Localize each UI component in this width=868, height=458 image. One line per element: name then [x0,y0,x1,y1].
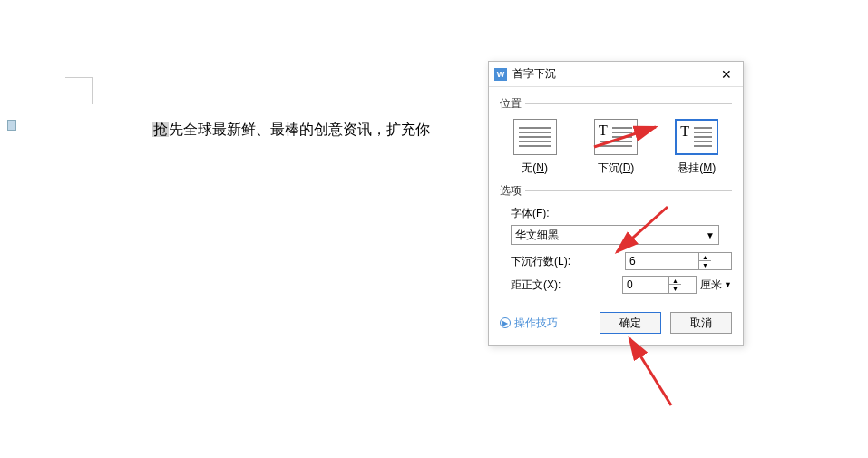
page-corner-indicator [65,77,93,104]
distance-spinner[interactable]: ▲ ▼ [622,276,697,294]
position-fieldset: 位置 无(N) T 下沉(D) [500,96,732,176]
spinner-arrows: ▲ ▼ [668,277,681,293]
lines-label: 下沉行数(L): [511,254,592,269]
dialog-button-row: ▶ 操作技巧 确定 取消 [500,312,732,334]
play-icon: ▶ [500,317,511,328]
position-hanging-preview: T [675,119,718,155]
position-legend: 位置 [500,96,525,112]
position-row: 无(N) T 下沉(D) T 悬挂(M) [500,119,732,176]
dialog-content: 位置 无(N) T 下沉(D) [489,87,743,345]
legend-line [500,103,732,104]
t-glyph-icon: T [599,123,608,138]
options-legend: 选项 [500,183,525,199]
doc-side-icon [7,120,16,131]
position-hanging[interactable]: T 悬挂(M) [668,119,727,176]
spinner-arrows: ▲ ▼ [698,253,711,269]
dropdown-caret-icon: ▼ [724,280,732,289]
dialog-title: 首字下沉 [512,66,714,82]
dialog-titlebar[interactable]: W 首字下沉 ✕ [489,62,743,87]
document-body-text[interactable]: 抢先全球最新鲜、最棒的创意资讯，扩充你 [152,121,430,140]
dropdown-caret-icon: ▼ [706,230,715,240]
legend-line [500,190,732,191]
spinner-up-icon[interactable]: ▲ [669,277,681,285]
lines-row: 下沉行数(L): ▲ ▼ [511,252,732,270]
font-select-value: 华文细黑 [515,228,559,243]
font-select[interactable]: 华文细黑 ▼ [511,225,719,245]
tips-label: 操作技巧 [514,316,558,331]
distance-input[interactable] [623,278,668,291]
distance-unit-select[interactable]: 厘米▼ [700,278,732,293]
document-body-rest: 先全球最新鲜、最棒的创意资讯，扩充你 [169,122,430,137]
position-none[interactable]: 无(N) [505,119,564,176]
spinner-down-icon[interactable]: ▼ [699,261,711,269]
tips-link[interactable]: ▶ 操作技巧 [500,316,590,331]
font-label: 字体(F): [511,206,732,221]
app-icon: W [494,68,507,81]
position-dropped[interactable]: T 下沉(D) [586,119,645,176]
lines-spinner[interactable]: ▲ ▼ [625,252,732,270]
t-glyph-icon: T [680,124,689,139]
spinner-down-icon[interactable]: ▼ [669,285,681,293]
position-hanging-label: 悬挂(M) [668,161,727,176]
position-none-preview [513,119,557,155]
document-cursor-char: 抢 [152,122,169,137]
position-dropped-preview: T [594,119,638,155]
distance-label: 距正文(X): [511,278,592,293]
position-dropped-label: 下沉(D) [586,161,645,176]
ok-button[interactable]: 确定 [600,312,661,334]
cancel-button[interactable]: 取消 [670,312,732,334]
spinner-up-icon[interactable]: ▲ [699,253,711,261]
dropcap-dialog: W 首字下沉 ✕ 位置 无(N) T 下沉(D) [488,61,744,346]
lines-input[interactable] [626,255,698,268]
distance-row: 距正文(X): ▲ ▼ 厘米▼ [511,276,732,294]
close-button[interactable]: ✕ [714,64,739,84]
options-fieldset: 选项 字体(F): 华文细黑 ▼ 下沉行数(L): ▲ ▼ [500,183,732,299]
position-none-label: 无(N) [505,161,564,176]
